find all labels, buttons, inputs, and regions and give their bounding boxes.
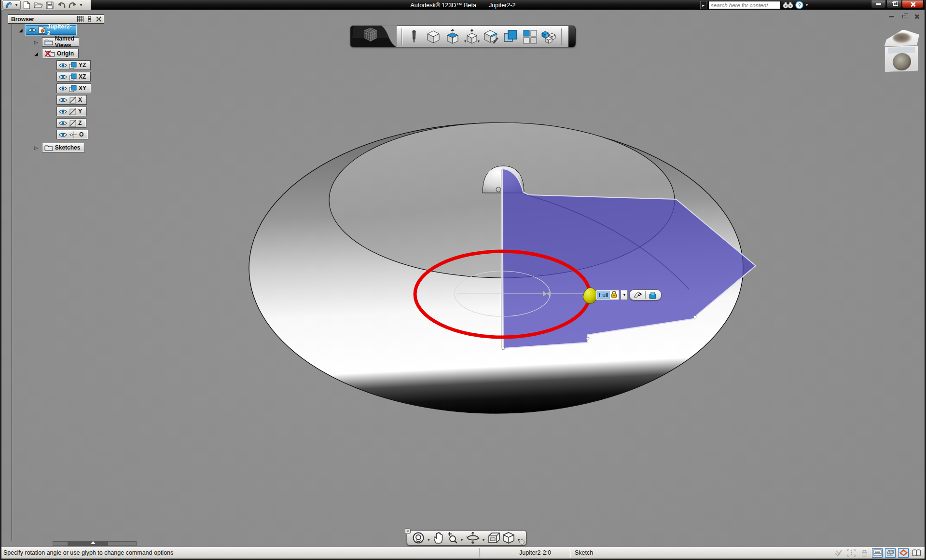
snap-toggle[interactable] xyxy=(898,548,909,558)
orbit-button[interactable] xyxy=(466,531,480,545)
document-window-controls xyxy=(887,13,921,20)
save-floppy-icon xyxy=(46,1,54,9)
main-toolbar xyxy=(350,26,576,47)
search-button[interactable] xyxy=(783,1,793,10)
tree-expand-caret[interactable]: ▷ xyxy=(34,40,38,45)
browser-panel-header[interactable]: Browser xyxy=(8,14,104,24)
lock-toggle[interactable] xyxy=(859,548,870,558)
app-logo-swoosh-icon xyxy=(5,1,14,9)
lock-icon[interactable] xyxy=(611,290,617,300)
chevron-down-icon[interactable]: ▼ xyxy=(482,538,485,542)
mini-toolbar-separator xyxy=(645,291,646,299)
visibility-eye-icon[interactable] xyxy=(59,74,67,80)
chevron-down-icon[interactable]: ▼ xyxy=(460,538,464,542)
svg-text:?: ? xyxy=(798,2,801,8)
menu-cube-button[interactable] xyxy=(350,26,397,47)
app-menu-button[interactable]: ▼ xyxy=(2,0,21,10)
help-button[interactable]: ? ▼ xyxy=(795,1,809,10)
primitive-tool-button[interactable] xyxy=(424,27,442,46)
visibility-eye-icon[interactable] xyxy=(59,132,67,137)
view-cube[interactable] xyxy=(882,29,921,72)
pan-button[interactable] xyxy=(433,531,444,545)
pattern-tool-button[interactable] xyxy=(521,27,539,46)
visibility-eye-icon[interactable] xyxy=(59,109,67,114)
tree-collapse-caret[interactable]: ◢ xyxy=(34,51,38,56)
search-input[interactable] xyxy=(708,1,781,9)
material-browser-toggle[interactable] xyxy=(911,548,922,558)
look-at-button[interactable] xyxy=(488,531,500,545)
doc-close-button[interactable] xyxy=(912,13,921,20)
visibility-eye-icon[interactable] xyxy=(59,86,67,91)
tree-item-label: Y xyxy=(78,108,82,115)
tree-item-axis-y[interactable]: Y xyxy=(56,107,87,116)
profile-vertex xyxy=(586,337,589,340)
selection-bounds-toggle[interactable] xyxy=(846,548,857,558)
help-question-icon: ? xyxy=(795,1,803,9)
close-button[interactable] xyxy=(902,0,924,8)
viewport-canvas[interactable] xyxy=(1,10,926,560)
modify-tool-button[interactable] xyxy=(482,27,500,46)
view-cube-front-face[interactable] xyxy=(885,45,918,72)
tree-expand-caret[interactable]: ▷ xyxy=(34,145,38,150)
doc-restore-button[interactable] xyxy=(900,13,908,20)
navbar-minimize-button[interactable]: – xyxy=(519,539,525,545)
browser-scrollbar[interactable] xyxy=(53,541,137,546)
tree-item-label: Named Views xyxy=(55,35,74,49)
redo-button[interactable] xyxy=(67,0,79,10)
undo-icon xyxy=(57,2,66,9)
pattern-grid-icon xyxy=(523,29,537,44)
browser-dock-button[interactable] xyxy=(85,15,93,23)
tree-item-named-views[interactable]: Named Views xyxy=(42,37,79,47)
toolbar-separator xyxy=(401,28,402,45)
viewcube-home-button[interactable] xyxy=(502,531,515,545)
tree-item-plane-xy[interactable]: XY xyxy=(56,83,91,93)
visibility-eye-icon[interactable] xyxy=(59,121,67,126)
zoom-button[interactable] xyxy=(446,531,458,545)
browser-close-button[interactable] xyxy=(95,15,102,23)
group-tool-button[interactable] xyxy=(540,27,558,46)
tree-item-jupiter2-2[interactable]: Jupiter2-2 xyxy=(26,25,77,35)
sketch-tool-button[interactable] xyxy=(405,27,423,46)
angle-value: Full xyxy=(597,291,610,299)
search-expand-arrow[interactable]: ▸ xyxy=(700,1,706,9)
browser-list-view-button[interactable] xyxy=(76,15,84,23)
visibility-eye-icon[interactable] xyxy=(59,97,67,103)
doc-minimize-button[interactable] xyxy=(887,13,896,20)
tree-item-plane-yz[interactable]: YZ xyxy=(56,60,91,70)
extrude-tool-button[interactable] xyxy=(443,27,462,46)
tree-item-origin-point[interactable]: O xyxy=(56,130,88,139)
profile-vertex xyxy=(693,315,696,318)
app-title: Autodesk® 123D™ Beta xyxy=(411,2,476,9)
new-file-button[interactable] xyxy=(21,0,32,10)
minimize-button[interactable] xyxy=(871,0,886,8)
operation-button[interactable] xyxy=(647,290,659,300)
steering-wheel-button[interactable] xyxy=(412,531,425,545)
tree-collapse-caret[interactable]: ◢ xyxy=(19,27,23,33)
grid-display-toggle[interactable] xyxy=(885,548,896,558)
move-tool-button[interactable] xyxy=(463,27,481,46)
scrollbar-thumb[interactable] xyxy=(68,542,108,546)
undo-button[interactable] xyxy=(55,0,67,10)
tree-item-plane-xz[interactable]: XZ xyxy=(56,72,91,82)
visibility-eye-icon[interactable] xyxy=(28,27,36,33)
sketch-grid-toggle[interactable] xyxy=(872,548,883,558)
tree-item-origin[interactable]: Origin xyxy=(42,49,79,58)
tree-item-axis-z[interactable]: Z xyxy=(56,118,86,128)
tree-item-axis-x[interactable]: X xyxy=(56,95,87,105)
combine-tool-button[interactable] xyxy=(501,27,520,46)
flip-plane-icon xyxy=(633,291,643,299)
browser-panel-edge xyxy=(12,24,12,541)
sketch-check-toggle[interactable] xyxy=(833,548,843,558)
qat-more-dropdown[interactable]: ▼ xyxy=(79,3,83,7)
flip-direction-button[interactable] xyxy=(632,290,644,300)
help-dropdown-caret[interactable]: ▼ xyxy=(805,3,809,7)
restore-button[interactable] xyxy=(886,0,901,8)
angle-input[interactable]: Full xyxy=(596,290,619,300)
visibility-eye-icon[interactable] xyxy=(59,63,67,68)
chevron-down-icon[interactable]: ▼ xyxy=(427,538,430,542)
tree-item-sketches[interactable]: Sketches xyxy=(42,143,85,152)
navbar-close-button[interactable]: × xyxy=(405,528,411,534)
open-file-button[interactable] xyxy=(32,0,44,10)
angle-dropdown-button[interactable]: ▼ xyxy=(621,290,628,300)
save-button[interactable] xyxy=(44,0,55,10)
